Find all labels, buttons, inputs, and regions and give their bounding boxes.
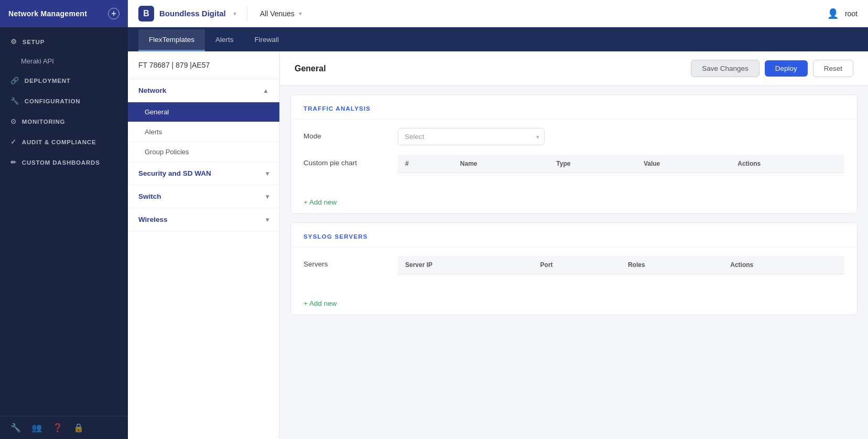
tab-firewall[interactable]: Firewall	[244, 29, 290, 51]
deployment-icon: 🔗	[10, 77, 19, 84]
sidebar-item-deployment[interactable]: 🔗 DEPLOYMENT	[0, 70, 128, 91]
traffic-analysis-section: TRAFFIC ANALYSIS Mode Select ▾	[290, 94, 858, 214]
venue-selector[interactable]: All Venues ▾	[247, 9, 314, 18]
deploy-button[interactable]: Deploy	[765, 60, 808, 77]
tab-alerts[interactable]: Alerts	[205, 29, 244, 51]
nav-section-network: Network ▲ General Alerts Group Policies	[128, 79, 279, 162]
syslog-servers-header: SYSLOG SERVERS	[291, 223, 857, 248]
nav-security-header[interactable]: Security and SD WAN ▾	[128, 162, 279, 185]
network-sub-items: General Alerts Group Policies	[128, 102, 279, 162]
help-icon[interactable]: ❓	[52, 423, 63, 433]
traffic-analysis-body: Mode Select ▾ Custom pie chart	[291, 120, 857, 191]
sidebar-section-label-setup: SETUP	[23, 39, 45, 45]
save-changes-button[interactable]: Save Changes	[691, 60, 760, 77]
syslog-servers-body: Servers Server IP Port Roles Actions	[291, 248, 857, 292]
venue-name: All Venues	[260, 9, 295, 18]
user-avatar-icon: 👤	[827, 8, 839, 19]
content-area: FT 78687 | 879 |AE57 Network ▲ General A…	[128, 51, 868, 439]
nav-network-header[interactable]: Network ▲	[128, 79, 279, 102]
col-syslog-actions: Actions	[723, 256, 844, 274]
right-panel: General Save Changes Deploy Reset TRAFFI…	[280, 51, 868, 439]
nav-network-group-policies[interactable]: Group Policies	[128, 142, 279, 162]
configuration-icon: 🔧	[10, 97, 19, 105]
security-chevron-icon: ▾	[266, 170, 269, 177]
lock-icon[interactable]: 🔒	[73, 423, 84, 433]
nav-wireless-header[interactable]: Wireless ▾	[128, 208, 279, 231]
col-value: Value	[636, 155, 730, 173]
panel-header: General Save Changes Deploy Reset	[280, 51, 868, 86]
syslog-servers-section: SYSLOG SERVERS Servers Server IP Port	[290, 222, 858, 315]
sidebar-item-configuration[interactable]: 🔧 CONFIGURATION	[0, 91, 128, 111]
sidebar-item-custom-dashboards[interactable]: ✏ CUSTOM DASHBOARDS	[0, 152, 128, 173]
app-title: Network Management	[8, 9, 87, 18]
meraki-api-label: Meraki API	[21, 57, 54, 65]
custom-pie-chart-row: Custom pie chart # Name Type Value A	[303, 155, 844, 173]
nav-switch-label: Switch	[138, 192, 161, 200]
tab-bar: FlexTemplates Alerts Firewall	[128, 27, 868, 51]
top-header: B Boundless Digital ▾ All Venues ▾ 👤 roo…	[128, 0, 868, 27]
sidebar-nav: ⚙ SETUP Meraki API 🔗 DEPLOYMENT 🔧 CONFIG…	[0, 27, 128, 416]
servers-table-wrapper: Server IP Port Roles Actions	[398, 256, 844, 274]
mode-select[interactable]: Select	[398, 128, 545, 145]
sidebar: Network Management + ⚙ SETUP Meraki API …	[0, 0, 128, 439]
mode-label: Mode	[303, 128, 387, 140]
brand-chevron-icon[interactable]: ▾	[233, 10, 236, 17]
template-id: FT 78687 | 879 |AE57	[128, 51, 279, 79]
col-server-ip: Server IP	[398, 256, 533, 274]
setup-icon: ⚙	[10, 38, 17, 46]
panel-title: General	[295, 64, 326, 73]
sidebar-item-audit-compliance[interactable]: ✓ AUDIT & COMPLIANCE	[0, 132, 128, 152]
nav-section-switch: Switch ▾	[128, 185, 279, 208]
servers-table: Server IP Port Roles Actions	[398, 256, 844, 274]
switch-chevron-icon: ▾	[266, 193, 269, 200]
sidebar-header: Network Management +	[0, 0, 128, 27]
nav-network-general[interactable]: General	[128, 102, 279, 122]
nav-switch-header[interactable]: Switch ▾	[128, 185, 279, 208]
sidebar-item-monitoring[interactable]: ⊙ MONITORING	[0, 111, 128, 132]
sidebar-section-label-audit: AUDIT & COMPLIANCE	[22, 139, 96, 145]
monitoring-icon: ⊙	[10, 117, 17, 125]
nav-section-security: Security and SD WAN ▾	[128, 162, 279, 185]
col-name: Name	[453, 155, 549, 173]
sidebar-section-label-monitoring: MONITORING	[22, 119, 66, 125]
tools-icon[interactable]: 🔧	[10, 423, 21, 433]
sidebar-footer: 🔧 👥 ❓ 🔒	[0, 416, 128, 439]
user-name: root	[845, 9, 858, 18]
traffic-analysis-title: TRAFFIC ANALYSIS	[303, 105, 371, 112]
nav-section-wireless: Wireless ▾	[128, 208, 279, 231]
sidebar-section-label-configuration: CONFIGURATION	[25, 98, 81, 104]
nav-wireless-label: Wireless	[138, 216, 167, 223]
servers-row: Servers Server IP Port Roles Actions	[303, 256, 844, 274]
syslog-servers-title: SYSLOG SERVERS	[303, 233, 368, 240]
nav-network-label: Network	[138, 87, 166, 94]
wireless-chevron-icon: ▾	[266, 216, 269, 223]
sidebar-item-meraki-api[interactable]: Meraki API	[0, 52, 128, 70]
reset-button[interactable]: Reset	[813, 60, 853, 77]
left-panel: FT 78687 | 879 |AE57 Network ▲ General A…	[128, 51, 280, 439]
users-icon[interactable]: 👥	[31, 423, 42, 433]
dashboards-icon: ✏	[10, 158, 17, 166]
custom-pie-chart-label: Custom pie chart	[303, 155, 387, 167]
nav-security-label: Security and SD WAN	[138, 169, 211, 177]
brand-name: Boundless Digital	[159, 9, 226, 18]
col-port: Port	[533, 256, 621, 274]
syslog-add-new-link[interactable]: + Add new	[291, 292, 857, 315]
mode-select-wrapper: Select ▾	[398, 128, 545, 145]
brand-logo: B	[138, 6, 154, 22]
mode-control: Select ▾	[398, 128, 844, 145]
tab-flex-templates[interactable]: FlexTemplates	[138, 29, 205, 51]
main-area: B Boundless Digital ▾ All Venues ▾ 👤 roo…	[128, 0, 868, 439]
col-hash: #	[398, 155, 453, 173]
custom-pie-chart-table: # Name Type Value Actions	[398, 155, 844, 173]
traffic-add-new-link[interactable]: + Add new	[291, 191, 857, 213]
sidebar-section-label-dashboards: CUSTOM DASHBOARDS	[22, 159, 100, 166]
brand-area: B Boundless Digital ▾	[138, 6, 247, 22]
sidebar-section-label-deployment: DEPLOYMENT	[25, 78, 71, 84]
col-type: Type	[549, 155, 636, 173]
nav-network-alerts[interactable]: Alerts	[128, 122, 279, 142]
servers-label: Servers	[303, 256, 387, 268]
col-roles: Roles	[621, 256, 723, 274]
custom-pie-chart-table-wrapper: # Name Type Value Actions	[398, 155, 844, 173]
add-network-button[interactable]: +	[108, 8, 120, 19]
sidebar-item-setup[interactable]: ⚙ SETUP	[0, 31, 128, 52]
